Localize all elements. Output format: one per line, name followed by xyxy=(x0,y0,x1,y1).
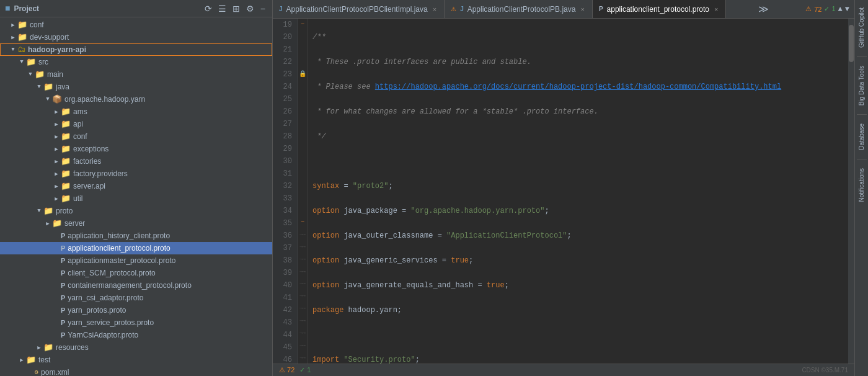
tree-item-yarn-protos[interactable]: ▶ P yarn_protos.proto xyxy=(0,304,272,316)
gutter-line-37: →→ xyxy=(298,240,308,253)
tree-item-dev-support[interactable]: ▶ 📁 dev-support xyxy=(0,31,272,43)
tree-item-pom-xml[interactable]: ▶ ⚙ pom.xml xyxy=(0,366,272,376)
tab-close-button[interactable]: × xyxy=(713,5,719,14)
proto-file-icon: P xyxy=(61,232,65,239)
gutter-line-31 xyxy=(298,166,308,179)
vertical-scrollbar[interactable] xyxy=(848,19,854,364)
sync-button[interactable]: ⟳ xyxy=(203,2,214,15)
tab-close-button[interactable]: × xyxy=(579,5,585,14)
gutter-line-24 xyxy=(298,80,308,92)
tree-item-client-scm-proto[interactable]: ▶ P client_SCM_protocol.proto xyxy=(0,267,272,279)
java-tab-icon: J xyxy=(460,6,464,12)
database-button[interactable]: Database xyxy=(857,119,866,155)
tree-item-proto[interactable]: ▼ 📁 proto xyxy=(0,205,272,217)
item-label: src xyxy=(38,58,48,66)
tree-item-yarn-csi-proto[interactable]: ▶ P yarn_csi_adaptor.proto xyxy=(0,292,272,304)
chevron-icon: ▶ xyxy=(52,171,61,177)
tree-item-src[interactable]: ▼ 📁 src xyxy=(0,56,272,68)
item-label: client_SCM_protocol.proto xyxy=(68,269,155,277)
notifications-button[interactable]: Notifications xyxy=(857,163,866,207)
tree-item-yarn-service-protos[interactable]: ▶ P yarn_service_protos.proto xyxy=(0,316,272,329)
tree-item-applicationclient-protocol-proto[interactable]: ▶ P applicationclient_protocol.proto xyxy=(0,242,272,254)
line-numbers: 19 20 21 22 23 24 25 26 27 28 29 30 31 3… xyxy=(273,19,298,364)
sidebar-toolbar: ⟳ ☰ ⊞ ⚙ − xyxy=(203,2,267,15)
tab-applicationclient-protocol-proto[interactable]: P applicationclient_protocol.proto × xyxy=(593,0,727,18)
tree-item-yarncsi-adaptor-proto[interactable]: ▶ P YarnCsiAdaptor.proto xyxy=(0,329,272,341)
tab-close-button[interactable]: × xyxy=(432,5,438,14)
tree-item-factory-providers[interactable]: ▶ 📁 factory.providers xyxy=(0,168,272,180)
status-error-count: ⚠ 72 xyxy=(279,366,294,374)
chevron-icon: ▶ xyxy=(52,146,61,153)
sidebar-header: ■ Project ⟳ ☰ ⊞ ⚙ − xyxy=(0,0,272,17)
tree-item-application-history-client-proto[interactable]: ▶ P application_history_client.proto xyxy=(0,230,272,242)
chevron-icon: ▶ xyxy=(9,34,17,41)
chevron-icon: ▶ xyxy=(52,121,61,128)
minimize-button[interactable]: − xyxy=(259,2,267,15)
chevron-icon: ▼ xyxy=(35,208,43,214)
tree-item-util[interactable]: ▶ 📁 util xyxy=(0,192,272,205)
folder-icon: 📁 xyxy=(61,144,71,154)
item-label: java xyxy=(56,83,69,91)
gutter-line-20 xyxy=(298,31,308,43)
folder-icon: 📁 xyxy=(61,181,71,191)
github-copilot-button[interactable]: GitHub Copilot xyxy=(857,2,866,53)
status-strip: ⚠ 72 ✓ 1 CDSN ©35.M.71 xyxy=(273,364,854,376)
item-label: dev-support xyxy=(30,33,69,42)
tree-item-exceptions[interactable]: ▶ 📁 exceptions xyxy=(0,143,272,155)
chevron-icon: ▼ xyxy=(9,47,17,53)
item-label: server xyxy=(64,219,85,228)
settings-button[interactable]: ⚙ xyxy=(244,2,256,15)
tree-item-server[interactable]: ▶ 📁 server xyxy=(0,217,272,230)
item-label: org.apache.hadoop.yarn xyxy=(64,95,145,104)
tabs-overflow-button[interactable]: ≫ xyxy=(755,0,773,18)
gutter-line-36: →→ xyxy=(298,228,308,241)
item-label: yarn_service_protos.proto xyxy=(68,318,154,327)
sidebar-title: Project xyxy=(14,4,39,13)
gutter-line-32 xyxy=(298,179,308,191)
item-label: yarn_protos.proto xyxy=(68,306,126,315)
tree-item-api[interactable]: ▶ 📁 api xyxy=(0,118,272,130)
tab-warning-icon: ⚠ xyxy=(451,6,456,12)
tree-item-containermanagement-proto[interactable]: ▶ P containermanagement_protocol.proto xyxy=(0,279,272,292)
ok-count: ✓ 1 xyxy=(824,5,835,13)
item-label: server.api xyxy=(73,182,105,190)
tree-item-factories[interactable]: ▶ 📁 factories xyxy=(0,155,272,168)
item-label: main xyxy=(47,70,63,79)
tree-item-conf[interactable]: ▶ 📁 conf xyxy=(0,19,272,31)
split-button[interactable]: ⊞ xyxy=(231,2,242,15)
fold-icon-19[interactable]: − xyxy=(298,19,308,31)
nav-up[interactable]: ▲ xyxy=(838,5,843,14)
chevron-icon: ▼ xyxy=(35,84,43,90)
folder-java-icon: 📁 xyxy=(43,82,53,92)
nav-down[interactable]: ▼ xyxy=(845,5,849,14)
item-label: hadoop-yarn-api xyxy=(28,45,86,54)
gutter-line-38: →→ xyxy=(298,253,308,265)
chevron-icon: ▼ xyxy=(43,96,52,102)
folder-icon: 📁 xyxy=(52,218,62,228)
tree-item-ams[interactable]: ▶ 📁 ams xyxy=(0,105,272,118)
chevron-icon: ▶ xyxy=(35,344,43,351)
tree-item-applicationmaster-protocol-proto[interactable]: ▶ P applicationmaster_protocol.proto xyxy=(0,254,272,267)
tab-applicationclientprotocol-pbclientimpl[interactable]: J ApplicationClientProtocolPBClientImpl.… xyxy=(273,0,445,18)
tree-item-server-api[interactable]: ▶ 📁 server.api xyxy=(0,180,272,192)
proto-file-icon: P xyxy=(61,331,65,339)
resources-folder-icon: 📁 xyxy=(43,342,53,352)
tree-item-org[interactable]: ▼ 📦 org.apache.hadoop.yarn xyxy=(0,93,272,105)
tabs-bar: J ApplicationClientProtocolPBClientImpl.… xyxy=(273,0,854,19)
code-area[interactable]: /** * These .proto interfaces are public… xyxy=(308,19,848,364)
tree-item-test[interactable]: ▶ 📁 test xyxy=(0,354,272,366)
scroll-thumb[interactable] xyxy=(849,25,854,62)
tree-item-hadoop-yarn-api[interactable]: ▼ 🗂 hadoop-yarn-api xyxy=(0,43,272,56)
layout-button[interactable]: ☰ xyxy=(216,2,228,15)
fold-icon-35[interactable]: − xyxy=(298,216,308,228)
gutter-line-22 xyxy=(298,56,308,68)
tree-item-resources[interactable]: ▶ 📁 resources xyxy=(0,341,272,354)
tab-applicationclientprotocol-pb[interactable]: ⚠ J ApplicationClientProtocolPB.java × xyxy=(445,0,593,18)
item-label: YarnCsiAdaptor.proto xyxy=(68,331,138,339)
tree-item-main[interactable]: ▼ 📁 main xyxy=(0,68,272,81)
tree-item-conf2[interactable]: ▶ 📁 conf xyxy=(0,130,272,143)
tree-item-java[interactable]: ▼ 📁 java xyxy=(0,81,272,93)
item-label: resources xyxy=(56,343,89,352)
big-data-tools-button[interactable]: Big Data Tools xyxy=(857,61,866,110)
gutter-line-40: →→ xyxy=(298,277,308,290)
